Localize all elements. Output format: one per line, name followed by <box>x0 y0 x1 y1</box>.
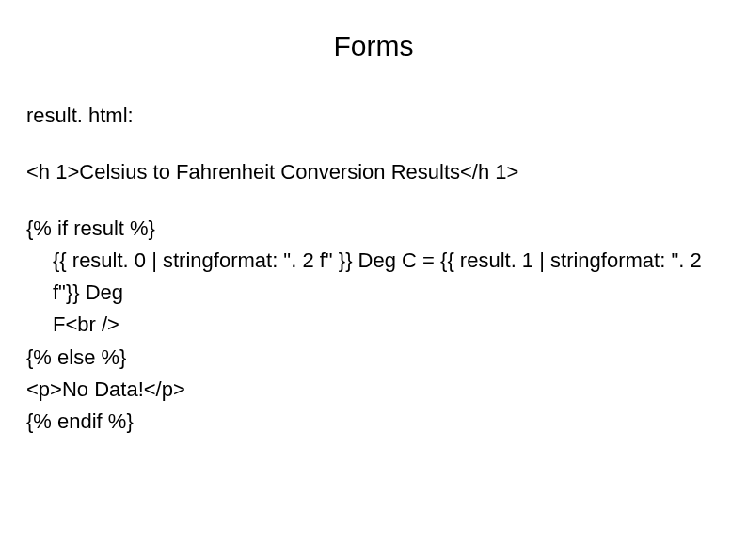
code-nodata: <p>No Data!</p> <box>26 374 721 406</box>
filename-label: result. html: <box>26 100 721 132</box>
slide-content: result. html: <h 1>Celsius to Fahrenheit… <box>26 100 721 438</box>
slide-container: Forms result. html: <h 1>Celsius to Fahr… <box>0 0 747 560</box>
slide-title: Forms <box>26 30 721 62</box>
code-if: {% if result %} <box>26 213 721 245</box>
code-endif: {% endif %} <box>26 406 721 438</box>
code-else: {% else %} <box>26 342 721 374</box>
heading-tag-line: <h 1>Celsius to Fahrenheit Conversion Re… <box>26 156 721 188</box>
code-result-line-a: {{ result. 0 | stringformat: ". 2 f" }} … <box>26 245 721 309</box>
template-code-block: {% if result %} {{ result. 0 | stringfor… <box>26 213 721 438</box>
code-result-line-b: F<br /> <box>26 309 721 341</box>
